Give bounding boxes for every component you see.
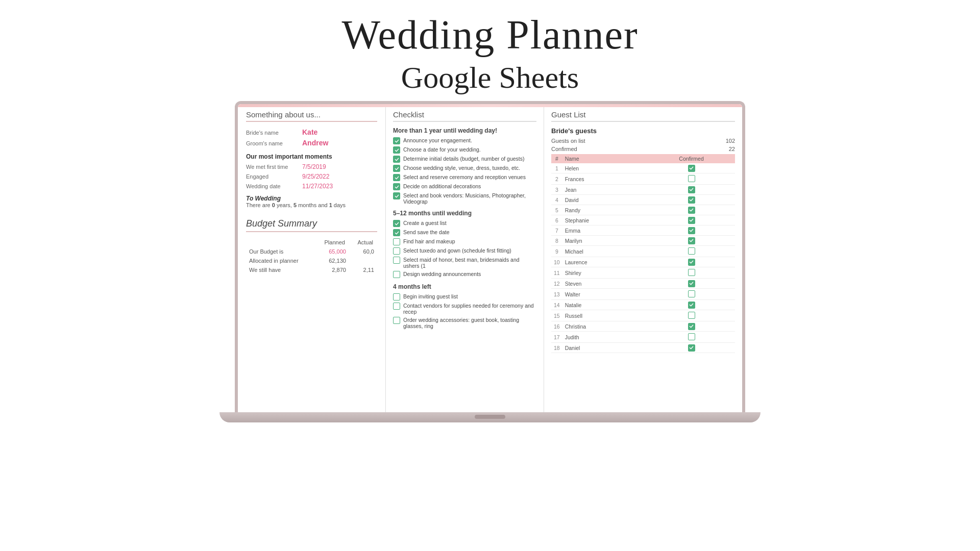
guest-num: 9 xyxy=(551,246,562,257)
checkbox-icon[interactable] xyxy=(393,165,400,172)
checklist-item: Select tuxedo and gown (schedule first f… xyxy=(393,247,536,255)
guest-name: Christina xyxy=(562,321,648,332)
guest-confirmed-check[interactable] xyxy=(688,344,695,352)
checkbox-icon[interactable] xyxy=(393,303,400,310)
checklist-group-title: 4 months left xyxy=(393,283,536,290)
checkbox-icon[interactable] xyxy=(393,317,400,324)
bride-value: Kate xyxy=(302,128,317,136)
guest-confirmed-cell xyxy=(648,185,735,195)
checklist-group-title: More than 1 year until wedding day! xyxy=(393,127,536,134)
guest-confirmed-check[interactable] xyxy=(688,165,695,172)
guest-confirmed-check[interactable] xyxy=(688,186,695,193)
budget-col-planned: Planned xyxy=(315,238,348,246)
engaged-value: 9/25/2022 xyxy=(302,173,329,180)
checklist-item-text: Find hair and makeup xyxy=(403,238,455,244)
guest-stats-container: Guests on list 102 Confirmed 22 xyxy=(551,138,735,152)
guest-name: Frances xyxy=(562,173,648,185)
guest-name: Stephanie xyxy=(562,215,648,226)
checklist-group-title: 5–12 months until wedding xyxy=(393,210,536,217)
guest-row: 17 Judith xyxy=(551,332,735,343)
checkbox-icon[interactable] xyxy=(393,183,400,190)
guest-confirmed-check[interactable] xyxy=(688,302,695,309)
guest-col-num: # xyxy=(551,154,562,163)
guest-num: 2 xyxy=(551,173,562,185)
checklist-item: Select and reserve ceremony and receptio… xyxy=(393,174,536,181)
guest-num: 7 xyxy=(551,226,562,236)
guest-confirmed-check[interactable] xyxy=(688,237,695,244)
budget-row-planned: 2,870 xyxy=(315,266,348,274)
bride-label: Bride's name xyxy=(246,130,302,136)
checklist-item-text: Select tuxedo and gown (schedule first f… xyxy=(403,247,511,254)
guest-unconfirmed-check[interactable] xyxy=(688,312,695,319)
checklist-item: Send save the date xyxy=(393,229,536,236)
guest-confirmed-check[interactable] xyxy=(688,227,695,234)
middle-column: Checklist More than 1 year until wedding… xyxy=(386,104,544,412)
guest-confirmed-check[interactable] xyxy=(688,280,695,287)
budget-row-actual xyxy=(349,257,376,265)
guest-unconfirmed-check[interactable] xyxy=(688,290,695,297)
budget-row-label: Our Budget is xyxy=(247,247,314,256)
guest-row: 13 Walter xyxy=(551,289,735,300)
guest-name: Michael xyxy=(562,246,648,257)
guest-confirmed-cell xyxy=(648,267,735,279)
checkbox-icon[interactable] xyxy=(393,238,400,245)
guest-confirmed-check[interactable] xyxy=(688,207,695,214)
guest-num: 15 xyxy=(551,310,562,321)
guest-confirmed-check[interactable] xyxy=(688,323,695,330)
checklist-item: Find hair and makeup xyxy=(393,238,536,245)
checkbox-icon[interactable] xyxy=(393,146,400,154)
guest-row: 16 Christina xyxy=(551,321,735,332)
checkbox-icon[interactable] xyxy=(393,156,400,163)
checklist-item-text: Select and book vendors: Musicians, Phot… xyxy=(403,192,536,205)
guest-num: 4 xyxy=(551,195,562,205)
wedding-date-row: Wedding date 11/27/2023 xyxy=(246,183,377,190)
guest-name: David xyxy=(562,195,648,205)
guest-name: Russell xyxy=(562,310,648,321)
budget-row: Allocated in planner 62,130 xyxy=(247,257,376,265)
checkbox-icon[interactable] xyxy=(393,174,400,181)
guest-confirmed-cell xyxy=(648,163,735,173)
checklist-item-text: Announce your engagement. xyxy=(403,137,472,143)
guest-confirmed-check[interactable] xyxy=(688,217,695,224)
guest-row: 18 Daniel xyxy=(551,343,735,353)
checkbox-icon[interactable] xyxy=(393,293,400,300)
checkbox-icon[interactable] xyxy=(393,137,400,144)
guest-confirmed-cell xyxy=(648,279,735,289)
checkbox-icon[interactable] xyxy=(393,271,400,278)
checklist-item: Select maid of honor, best man, bridesma… xyxy=(393,257,536,269)
checkbox-icon[interactable] xyxy=(393,247,400,255)
guest-unconfirmed-check[interactable] xyxy=(688,269,695,276)
guest-num: 17 xyxy=(551,332,562,343)
checkbox-icon[interactable] xyxy=(393,257,400,264)
guest-unconfirmed-check[interactable] xyxy=(688,247,695,255)
guest-confirmed-cell xyxy=(648,310,735,321)
checklist-item-text: Select and reserve ceremony and receptio… xyxy=(403,174,526,180)
guest-name: Daniel xyxy=(562,343,648,353)
guest-confirmed-check[interactable] xyxy=(688,259,695,266)
checklist-item: Decide on additional decorations xyxy=(393,183,536,190)
budget-row: We still have 2,870 2,11 xyxy=(247,266,376,274)
checkbox-icon[interactable] xyxy=(393,220,400,227)
bride-name-row: Bride's name Kate xyxy=(246,128,377,136)
spreadsheet: Something about us... Bride's name Kate … xyxy=(238,104,742,412)
guest-num: 16 xyxy=(551,321,562,332)
checklist-item-text: Send save the date xyxy=(403,229,450,235)
guest-stat-row: Confirmed 22 xyxy=(551,146,735,152)
checklist-item-text: Begin inviting guest list xyxy=(403,293,458,299)
wedding-value: 11/27/2023 xyxy=(302,183,333,190)
checklist-item-text: Choose wedding style, venue, dress, tuxe… xyxy=(403,165,520,171)
to-wedding-block: To Wedding There are 0 years, 5 months a… xyxy=(246,195,377,208)
guest-stat-label: Guests on list xyxy=(551,138,585,144)
checkbox-icon[interactable] xyxy=(393,192,400,199)
checklist-item: Design wedding announcements xyxy=(393,271,536,278)
checklist-item: Choose wedding style, venue, dress, tuxe… xyxy=(393,165,536,172)
guest-name: Shirley xyxy=(562,267,648,279)
guest-unconfirmed-check[interactable] xyxy=(688,175,695,182)
guest-confirmed-check[interactable] xyxy=(688,196,695,204)
checklist-item: Announce your engagement. xyxy=(393,137,536,144)
budget-row-planned: 65,000 xyxy=(315,247,348,256)
guest-unconfirmed-check[interactable] xyxy=(688,333,695,340)
checklist-item-text: Determine initial details (budget, numbe… xyxy=(403,156,525,162)
checkbox-icon[interactable] xyxy=(393,229,400,236)
groom-name-row: Groom's name Andrew xyxy=(246,139,377,147)
